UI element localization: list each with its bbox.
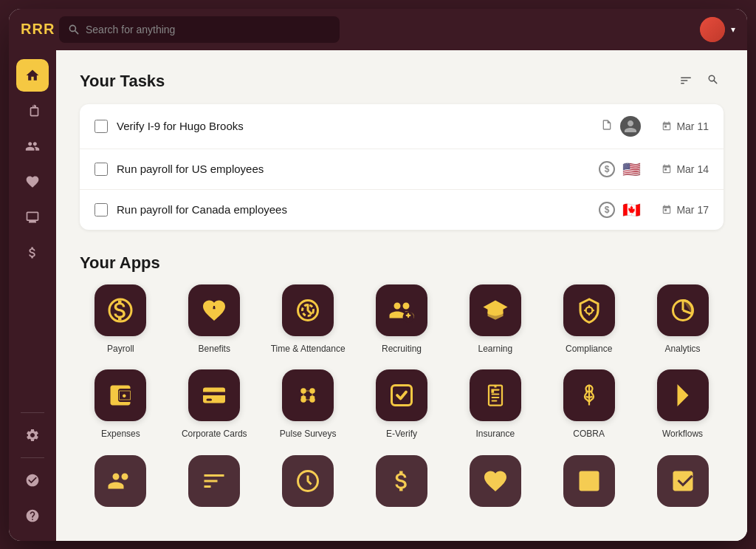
search-tasks-button[interactable] bbox=[704, 71, 724, 92]
sidebar-item-settings[interactable] bbox=[16, 419, 49, 451]
dollar-icon-2: $ bbox=[599, 161, 615, 177]
app-item-payroll[interactable]: Payroll bbox=[80, 284, 162, 355]
app-item-e-verify[interactable]: E-Verify bbox=[361, 369, 443, 440]
app-item-analytics[interactable]: Analytics bbox=[642, 284, 724, 355]
sidebar-item-home[interactable] bbox=[16, 59, 49, 92]
filter-button[interactable] bbox=[676, 71, 695, 92]
apps-title: Your Apps bbox=[80, 253, 160, 273]
app-label-benefits: Benefits bbox=[199, 344, 230, 355]
sidebar-item-monitor[interactable] bbox=[16, 201, 49, 233]
app-label-recruiting: Recruiting bbox=[382, 344, 422, 355]
app-icon-learning bbox=[470, 284, 521, 336]
app-icon-partial-2 bbox=[188, 455, 240, 507]
sidebar-item-people[interactable] bbox=[16, 130, 49, 163]
search-icon bbox=[68, 24, 80, 35]
apps-grid-row1: Payroll Benefits bbox=[80, 284, 724, 355]
app-item-benefits[interactable]: Benefits bbox=[173, 284, 255, 355]
sidebar-item-jobs[interactable] bbox=[16, 95, 49, 127]
sidebar bbox=[9, 50, 56, 541]
task-icons-1 bbox=[601, 116, 641, 137]
main-layout: Your Tasks Verify I-9 for Hugo Brooks bbox=[9, 50, 747, 541]
task-date-1: Mar 11 bbox=[650, 120, 709, 132]
svg-rect-7 bbox=[203, 392, 225, 396]
tasks-actions bbox=[676, 71, 724, 92]
chevron-down-icon[interactable]: ▾ bbox=[731, 24, 735, 35]
canada-flag-icon: 🇨🇦 bbox=[622, 202, 641, 217]
app-label-analytics: Analytics bbox=[665, 344, 701, 355]
topbar-right: ▾ bbox=[700, 17, 735, 42]
app-item-partial-3[interactable] bbox=[267, 455, 349, 507]
app-item-partial-5[interactable] bbox=[454, 455, 536, 507]
app-icon-partial-5 bbox=[470, 455, 521, 507]
app-item-insurance[interactable]: Insurance bbox=[454, 369, 536, 440]
app-label-e-verify: E-Verify bbox=[386, 429, 417, 440]
task-label-2: Run payroll for US employees bbox=[117, 163, 590, 175]
app-label-payroll: Payroll bbox=[107, 344, 134, 355]
app-label-insurance: Insurance bbox=[476, 429, 515, 440]
task-checkbox-3[interactable] bbox=[94, 203, 108, 216]
app-icon-cobra bbox=[563, 369, 615, 421]
app-item-partial-6[interactable] bbox=[548, 455, 630, 507]
tasks-title: Your Tasks bbox=[80, 72, 165, 91]
app-item-expenses[interactable]: Expenses bbox=[80, 369, 162, 440]
sidebar-divider bbox=[21, 412, 44, 413]
table-row: Run payroll for Canada employees $ 🇨🇦 Ma… bbox=[80, 190, 724, 230]
svg-point-10 bbox=[309, 388, 315, 394]
task-avatar-1 bbox=[620, 116, 641, 137]
us-flag-icon: 🇺🇸 bbox=[622, 162, 641, 177]
app-item-corporate-cards[interactable]: Corporate Cards bbox=[173, 369, 255, 440]
svg-rect-8 bbox=[207, 399, 213, 401]
sidebar-item-payroll[interactable] bbox=[16, 236, 49, 269]
app-item-pulse-surveys[interactable]: Pulse Surveys bbox=[267, 369, 349, 440]
task-checkbox-2[interactable] bbox=[94, 163, 108, 176]
dollar-icon-3: $ bbox=[599, 202, 615, 218]
logo: RRR bbox=[21, 21, 50, 38]
app-icon-compliance bbox=[563, 284, 615, 336]
task-label-1: Verify I-9 for Hugo Brooks bbox=[117, 120, 592, 132]
app-icon-time-attendance bbox=[282, 284, 334, 336]
app-item-partial-4[interactable] bbox=[361, 455, 443, 507]
app-label-time-attendance: Time & Attendance bbox=[271, 344, 346, 355]
avatar[interactable] bbox=[700, 17, 725, 42]
app-icon-corporate-cards bbox=[188, 369, 240, 421]
svg-point-9 bbox=[300, 388, 306, 394]
app-item-partial-7[interactable] bbox=[642, 455, 724, 507]
app-item-time-attendance[interactable]: Time & Attendance bbox=[267, 284, 349, 355]
app-icon-payroll bbox=[94, 284, 146, 336]
content-area: Your Tasks Verify I-9 for Hugo Brooks bbox=[56, 50, 747, 541]
task-date-3: Mar 17 bbox=[650, 204, 709, 216]
app-icon-benefits bbox=[188, 284, 240, 336]
task-checkbox-1[interactable] bbox=[94, 120, 108, 133]
app-item-cobra[interactable]: COBRA bbox=[548, 369, 630, 440]
app-icon-partial-3 bbox=[282, 455, 334, 507]
search-bar[interactable] bbox=[59, 16, 340, 43]
apps-grid-row2: Expenses Corporate Cards bbox=[80, 369, 724, 440]
app-item-learning[interactable]: Learning bbox=[454, 284, 536, 355]
app-item-recruiting[interactable]: Recruiting bbox=[361, 284, 443, 355]
task-icons-3: $ 🇨🇦 bbox=[599, 202, 641, 218]
app-icon-partial-6 bbox=[563, 455, 615, 507]
app-icon-pulse-surveys bbox=[282, 369, 334, 421]
app-icon-partial-7 bbox=[657, 455, 709, 507]
sidebar-divider-2 bbox=[21, 457, 44, 458]
app-item-workflows[interactable]: Workflows bbox=[642, 369, 724, 440]
sidebar-item-team[interactable] bbox=[16, 464, 49, 497]
apps-grid-row3 bbox=[80, 455, 724, 507]
apps-section-header: Your Apps bbox=[80, 253, 724, 273]
task-date-text-2: Mar 14 bbox=[676, 163, 709, 175]
app-label-cobra: COBRA bbox=[573, 429, 605, 440]
sidebar-item-benefits[interactable] bbox=[16, 166, 49, 198]
tasks-card: Verify I-9 for Hugo Brooks M bbox=[80, 104, 724, 230]
app-item-compliance[interactable]: Compliance bbox=[548, 284, 630, 355]
task-date-text-3: Mar 17 bbox=[676, 204, 709, 216]
svg-rect-14 bbox=[489, 386, 502, 406]
app-item-partial-2[interactable] bbox=[173, 455, 255, 507]
sidebar-item-help[interactable] bbox=[16, 499, 49, 532]
app-label-pulse-surveys: Pulse Surveys bbox=[280, 429, 337, 440]
tasks-section-header: Your Tasks bbox=[80, 71, 724, 92]
main-window: RRR ▾ bbox=[9, 9, 747, 541]
app-item-partial-1[interactable] bbox=[80, 455, 162, 507]
app-label-workflows: Workflows bbox=[662, 429, 703, 440]
search-input[interactable] bbox=[86, 24, 331, 35]
app-icon-partial-1 bbox=[94, 455, 146, 507]
